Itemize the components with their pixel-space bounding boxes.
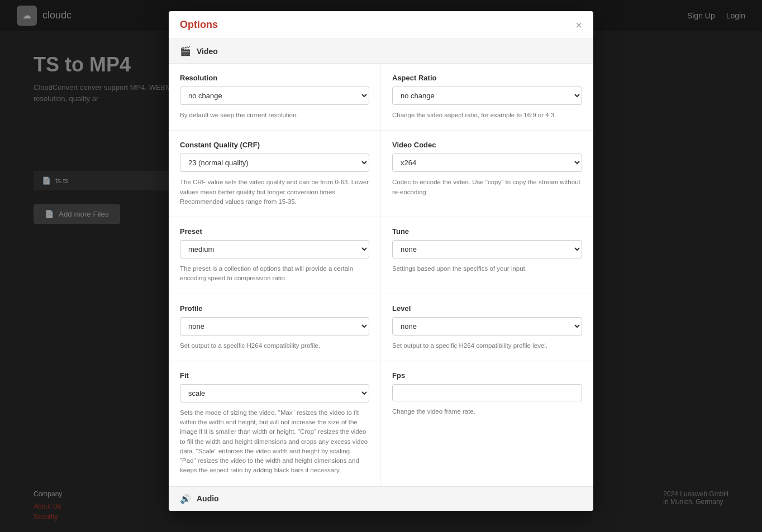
preset-label: Preset (180, 227, 369, 236)
aspect-ratio-select[interactable]: no change 16:9 4:3 (392, 87, 582, 105)
crf-label: Constant Quality (CRF) (180, 141, 369, 149)
fit-help: Sets the mode of sizing the video. "Max"… (180, 408, 369, 476)
aspect-ratio-label: Aspect Ratio (392, 74, 582, 82)
audio-section-label: Audio (197, 494, 219, 503)
profile-label: Profile (180, 304, 369, 313)
resolution-label: Resolution (180, 74, 369, 82)
aspect-ratio-cell: Aspect Ratio no change 16:9 4:3 Change t… (381, 64, 593, 131)
tune-help: Settings based upon the specifics of you… (392, 264, 582, 274)
video-icon: 🎬 (180, 46, 191, 56)
preset-select[interactable]: ultrafast superfast veryfast faster fast… (180, 240, 369, 258)
level-select[interactable]: none (392, 317, 582, 336)
resolution-help: By default we keep the current resolutio… (180, 111, 369, 120)
tune-cell: Tune none film animation grain stillimag… (381, 217, 593, 294)
fit-select[interactable]: scale max crop pad (180, 384, 369, 402)
crf-select[interactable]: 23 (normal quality) 18 (high quality) 28… (180, 154, 369, 172)
modal-close-button[interactable]: × (575, 20, 582, 31)
video-codec-help: Codec to encode the video. Use "copy" to… (392, 178, 582, 197)
preset-cell: Preset ultrafast superfast veryfast fast… (169, 217, 381, 294)
aspect-ratio-help: Change the video aspect ratio, for examp… (392, 111, 582, 120)
modal-header: Options × (169, 11, 593, 39)
level-cell: Level none Set output to a specific H264… (381, 294, 593, 361)
fps-cell: Fps Change the video frame rate. (381, 361, 593, 486)
level-label: Level (392, 304, 582, 313)
video-section-label: Video (197, 47, 218, 56)
modal-body: 🎬 Video Resolution no change custom By d… (169, 39, 593, 511)
fps-help: Change the video frame rate. (392, 407, 582, 416)
fps-input[interactable] (392, 384, 582, 401)
audio-section-header: 🔊 Audio (169, 486, 593, 511)
level-help: Set output to a specific H264 compatibil… (392, 341, 582, 351)
resolution-select[interactable]: no change custom (180, 87, 369, 105)
resolution-cell: Resolution no change custom By default w… (169, 64, 381, 131)
video-codec-select[interactable]: x264 x265 copy (392, 154, 582, 172)
tune-select[interactable]: none film animation grain stillimage fas… (392, 240, 582, 258)
options-modal: Options × 🎬 Video Resolution no change c… (169, 11, 593, 511)
video-codec-label: Video Codec (392, 141, 582, 149)
audio-icon: 🔊 (180, 493, 191, 504)
fps-label: Fps (392, 371, 582, 380)
crf-cell: Constant Quality (CRF) 23 (normal qualit… (169, 131, 381, 217)
crf-help: The CRF value sets the video quality and… (180, 178, 369, 207)
profile-help: Set output to a specific H264 compatibil… (180, 341, 369, 351)
tune-label: Tune (392, 227, 582, 236)
profile-select[interactable]: none baseline main high (180, 317, 369, 336)
video-section-header: 🎬 Video (169, 39, 593, 64)
video-codec-cell: Video Codec x264 x265 copy Codec to enco… (381, 131, 593, 217)
fit-cell: Fit scale max crop pad Sets the mode of … (169, 361, 381, 486)
video-options-grid: Resolution no change custom By default w… (169, 64, 593, 486)
profile-cell: Profile none baseline main high Set outp… (169, 294, 381, 361)
preset-help: The preset is a collection of options th… (180, 264, 369, 284)
modal-title: Options (180, 19, 218, 31)
fit-label: Fit (180, 371, 369, 380)
